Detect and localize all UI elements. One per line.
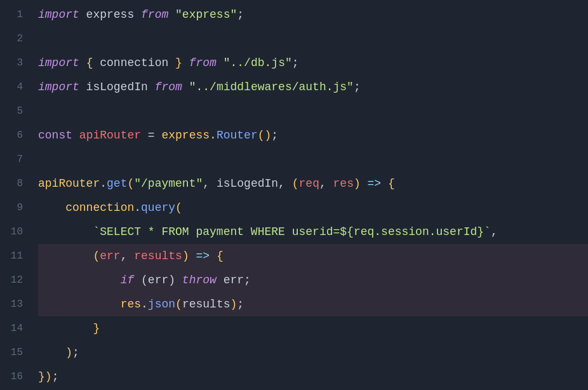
token: ( — [93, 244, 100, 268]
token — [38, 340, 65, 365]
token: ( — [127, 171, 134, 196]
line-num-8: 8 — [10, 171, 23, 196]
token: results — [134, 244, 182, 268]
token: , — [121, 244, 135, 268]
token — [38, 292, 121, 316]
line-num-7: 7 — [10, 147, 23, 171]
code-line-5 — [38, 99, 588, 123]
token — [38, 220, 93, 244]
token: ; — [52, 365, 59, 389]
token: () — [258, 123, 272, 147]
code-editor: 1 2 3 4 5 6 7 8 9 10 11 12 13 14 15 16 i… — [0, 0, 588, 390]
token: ; — [237, 292, 244, 316]
token: import — [38, 3, 79, 27]
code-line-14: } — [38, 316, 588, 340]
token: ) — [182, 244, 189, 268]
line-num-5: 5 — [10, 99, 23, 123]
token: err — [100, 244, 120, 268]
code-line-1: import express from "express"; — [38, 3, 588, 27]
token: . — [100, 171, 107, 196]
code-line-16: }); — [38, 365, 588, 389]
token: { — [388, 171, 395, 196]
code-line-4: import isLogedIn from "../middlewares/au… — [38, 75, 588, 99]
code-line-6: const apiRouter = express.Router(); — [38, 123, 588, 147]
token: ) — [65, 340, 72, 365]
token: "../db.js" — [224, 51, 292, 75]
token: express — [161, 123, 210, 147]
token: express — [79, 3, 141, 27]
line-numbers: 1 2 3 4 5 6 7 8 9 10 11 12 13 14 15 16 — [0, 0, 33, 390]
code-line-15: ); — [38, 340, 588, 365]
code-line-2 — [38, 27, 588, 51]
token — [72, 123, 79, 147]
token: ; — [292, 51, 299, 75]
token: ; — [271, 123, 278, 147]
token: apiRouter — [79, 123, 141, 147]
code-line-11: (err, results) => { — [38, 244, 588, 268]
token: . — [210, 123, 217, 147]
token: req — [299, 171, 319, 196]
line-num-15: 15 — [10, 340, 23, 365]
token: import — [38, 51, 79, 75]
token: , — [319, 171, 333, 196]
token: } — [38, 365, 45, 389]
token: , isLogedIn, — [203, 171, 291, 196]
token — [79, 51, 86, 75]
token: ; — [237, 3, 244, 27]
token: res — [121, 292, 141, 316]
token: from — [141, 3, 168, 27]
line-num-16: 16 — [10, 365, 23, 389]
token: ( — [292, 171, 299, 196]
token: apiRouter — [38, 171, 100, 196]
token: query — [141, 196, 175, 220]
code-content: import express from "express"; import { … — [33, 0, 588, 390]
line-num-1: 1 — [10, 3, 23, 27]
code-line-12: if (err) throw err; — [38, 268, 588, 292]
token: Router — [217, 123, 258, 147]
token: , — [491, 220, 498, 244]
token: connection — [93, 51, 175, 75]
line-num-11: 11 — [10, 244, 23, 268]
code-line-3: import { connection } from "../db.js"; — [38, 51, 588, 75]
line-num-3: 3 — [10, 51, 23, 75]
token — [38, 196, 65, 220]
token: { — [86, 51, 93, 75]
token: } — [93, 316, 100, 340]
token: connection — [65, 196, 134, 220]
token: . — [134, 196, 141, 220]
line-num-2: 2 — [10, 27, 23, 51]
token: isLogedIn — [79, 75, 155, 99]
token: "express" — [175, 3, 237, 27]
line-num-13: 13 — [10, 292, 23, 316]
line-num-10: 10 — [10, 220, 23, 244]
token: ; — [354, 75, 361, 99]
token: . — [141, 292, 148, 316]
code-line-9: connection.query( — [38, 196, 588, 220]
token: import — [38, 75, 79, 99]
token: ) — [231, 292, 237, 316]
token: res — [333, 171, 354, 196]
code-line-7 — [38, 147, 588, 171]
token: ) — [354, 171, 361, 196]
token: = — [141, 123, 161, 147]
line-num-14: 14 — [10, 316, 23, 340]
line-num-4: 4 — [10, 75, 23, 99]
code-line-8: apiRouter.get("/payment", isLogedIn, (re… — [38, 171, 588, 196]
code-line-13: res.json(results); — [38, 292, 588, 316]
token: get — [107, 171, 127, 196]
token: `SELECT * FROM payment WHERE userid=${re… — [93, 220, 491, 244]
line-num-9: 9 — [10, 196, 23, 220]
token: (err) — [134, 268, 182, 292]
token: => — [361, 171, 388, 196]
token: ) — [45, 365, 52, 389]
token: "../middlewares/auth.js" — [189, 75, 354, 99]
token: } — [175, 51, 182, 75]
token: from — [189, 51, 217, 75]
token — [38, 268, 121, 292]
token — [182, 51, 189, 75]
token — [217, 51, 224, 75]
token: ( — [175, 292, 182, 316]
token — [168, 3, 175, 27]
token: results — [182, 292, 231, 316]
token: from — [155, 75, 182, 99]
